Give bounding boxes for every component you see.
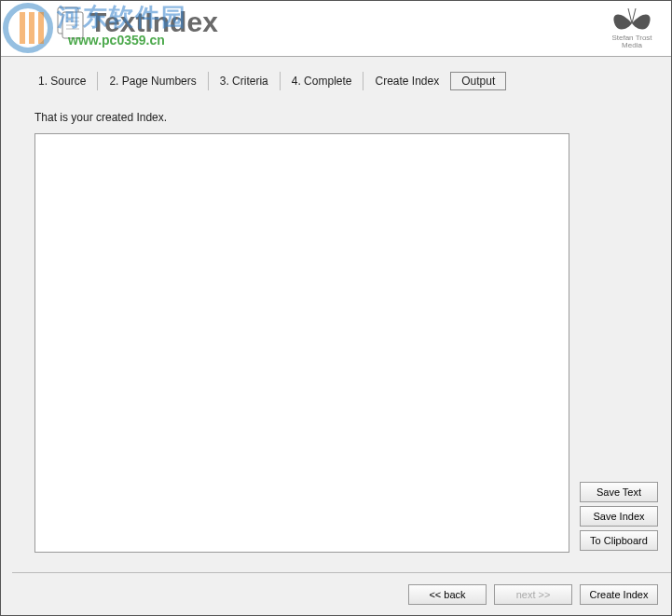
output-message: That is your created Index.: [34, 111, 167, 124]
app-window: TextIndex Stefan Trost Media 河东软件园 www.p…: [0, 0, 672, 616]
tab-output[interactable]: Output: [450, 72, 506, 90]
to-clipboard-button[interactable]: To Clipboard: [580, 530, 658, 551]
create-index-button[interactable]: Create Index: [580, 584, 658, 605]
brand-logo: Stefan Trost Media: [610, 7, 654, 49]
butterfly-icon: [610, 7, 654, 34]
tab-page-numbers[interactable]: 2. Page Numbers: [98, 72, 208, 90]
tab-create-index[interactable]: Create Index: [363, 72, 450, 90]
footer-panel: << back next >> Create Index: [12, 572, 671, 615]
header: TextIndex Stefan Trost Media: [1, 1, 671, 57]
tab-complete[interactable]: 4. Complete: [281, 72, 364, 90]
tab-source[interactable]: 1. Source: [27, 72, 98, 90]
side-button-group: Save Text Save Index To Clipboard: [580, 482, 658, 551]
tab-criteria[interactable]: 3. Criteria: [209, 72, 281, 90]
save-index-button[interactable]: Save Index: [580, 506, 658, 527]
output-textarea[interactable]: [34, 133, 569, 553]
save-text-button[interactable]: Save Text: [580, 482, 658, 502]
document-icon: [57, 7, 85, 43]
brand-text-2: Media: [610, 42, 654, 49]
footer-button-group: << back next >> Create Index: [408, 584, 658, 605]
wizard-tabs: 1. Source 2. Page Numbers 3. Criteria 4.…: [27, 72, 506, 90]
back-button[interactable]: << back: [408, 584, 487, 605]
app-title: TextIndex: [89, 7, 218, 38]
next-button: next >>: [494, 584, 572, 605]
